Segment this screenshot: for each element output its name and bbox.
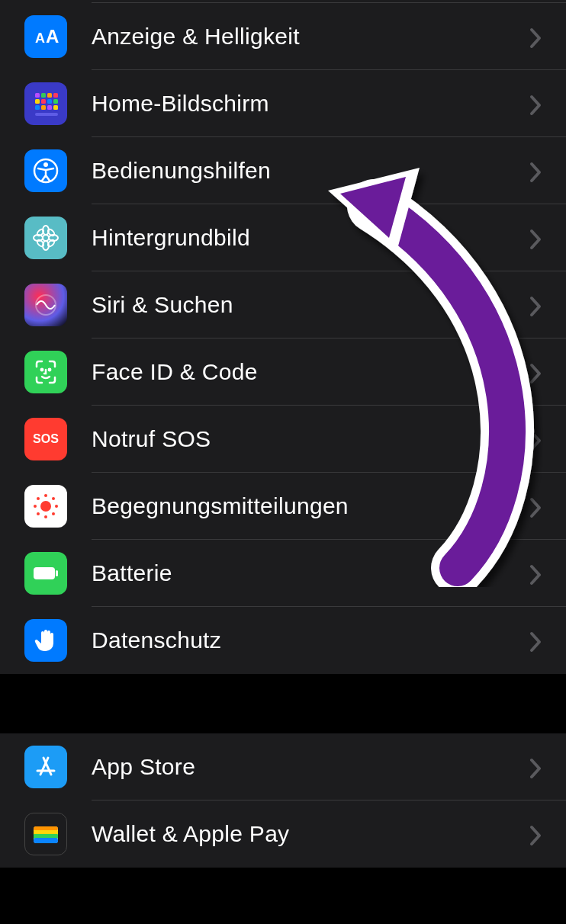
flower-icon xyxy=(24,217,67,259)
svg-rect-11 xyxy=(41,105,46,110)
chevron-right-icon xyxy=(529,296,548,314)
row-app-store[interactable]: App Store xyxy=(0,733,566,800)
chevron-right-icon xyxy=(529,564,548,582)
home-grid-icon xyxy=(24,82,67,125)
row-label: Face ID & Code xyxy=(92,359,529,385)
svg-point-27 xyxy=(41,369,43,371)
row-label: Home-Bildschirm xyxy=(92,91,529,117)
row-label: Begegnungsmitteilungen xyxy=(92,493,529,519)
row-label: Bedienungshilfen xyxy=(92,158,529,184)
row-privacy[interactable]: Datenschutz xyxy=(0,607,566,674)
chevron-right-icon xyxy=(529,631,548,650)
svg-text:SOS: SOS xyxy=(33,432,59,445)
row-wallpaper[interactable]: Hintergrundbild xyxy=(0,204,566,271)
svg-point-36 xyxy=(52,497,55,500)
svg-point-28 xyxy=(49,369,50,371)
bottom-spacer xyxy=(0,868,566,924)
row-home-screen[interactable]: Home-Bildschirm xyxy=(0,70,566,137)
svg-point-32 xyxy=(44,515,47,518)
svg-point-37 xyxy=(37,512,40,515)
chevron-right-icon xyxy=(529,162,548,180)
svg-rect-9 xyxy=(53,99,58,104)
row-faceid-code[interactable]: Face ID & Code xyxy=(0,338,566,406)
row-label: Notruf SOS xyxy=(92,426,529,452)
row-label: Hintergrundbild xyxy=(92,225,529,251)
row-siri-search[interactable]: Siri & Suchen xyxy=(0,271,566,338)
section-gap xyxy=(0,674,566,733)
chevron-right-icon xyxy=(529,497,548,515)
sos-icon: SOS xyxy=(24,418,67,460)
faceid-icon xyxy=(24,351,67,393)
svg-point-31 xyxy=(44,494,47,497)
svg-rect-4 xyxy=(47,93,52,98)
chevron-right-icon xyxy=(529,95,548,113)
chevron-right-icon xyxy=(529,430,548,448)
row-display-brightness[interactable]: AA Anzeige & Helligkeit xyxy=(0,3,566,70)
svg-rect-12 xyxy=(47,105,52,110)
settings-list: AA Anzeige & Helligkeit Home-Bildschirm xyxy=(0,0,566,924)
svg-text:A: A xyxy=(46,26,59,47)
svg-rect-7 xyxy=(41,99,46,104)
row-accessibility[interactable]: Bedienungshilfen xyxy=(0,137,566,204)
svg-rect-8 xyxy=(47,99,52,104)
svg-rect-14 xyxy=(35,113,58,116)
svg-rect-2 xyxy=(35,93,40,98)
accessibility-icon xyxy=(24,149,67,192)
row-label: Batterie xyxy=(92,560,529,586)
exposure-icon xyxy=(24,485,67,528)
chevron-right-icon xyxy=(529,758,548,776)
svg-rect-6 xyxy=(35,99,40,104)
chevron-right-icon xyxy=(529,229,548,247)
chevron-right-icon xyxy=(529,825,548,843)
siri-icon xyxy=(24,284,67,326)
svg-rect-39 xyxy=(34,567,55,579)
svg-rect-5 xyxy=(53,93,58,98)
svg-point-33 xyxy=(34,505,37,508)
row-label: App Store xyxy=(92,754,529,780)
appstore-icon xyxy=(24,746,67,788)
chevron-right-icon xyxy=(529,27,548,46)
hand-icon xyxy=(24,619,67,662)
wallet-icon xyxy=(24,813,67,855)
row-label: Anzeige & Helligkeit xyxy=(92,24,529,50)
svg-rect-10 xyxy=(35,105,40,110)
svg-rect-13 xyxy=(53,105,58,110)
row-emergency-sos[interactable]: SOS Notruf SOS xyxy=(0,406,566,473)
svg-point-34 xyxy=(55,505,58,508)
row-battery[interactable]: Batterie xyxy=(0,540,566,607)
row-wallet-applepay[interactable]: Wallet & Apple Pay xyxy=(0,800,566,868)
chevron-right-icon xyxy=(529,363,548,381)
svg-point-35 xyxy=(37,497,40,500)
svg-point-38 xyxy=(52,512,55,515)
settings-section-general: AA Anzeige & Helligkeit Home-Bildschirm xyxy=(0,3,566,674)
svg-point-30 xyxy=(40,501,51,512)
battery-icon xyxy=(24,552,67,595)
svg-rect-3 xyxy=(41,93,46,98)
settings-section-store: App Store Wallet & Apple Pay xyxy=(0,733,566,868)
svg-point-17 xyxy=(43,235,49,241)
text-size-icon: AA xyxy=(24,15,67,58)
row-label: Datenschutz xyxy=(92,627,529,653)
svg-rect-40 xyxy=(56,570,58,576)
row-label: Wallet & Apple Pay xyxy=(92,821,529,847)
svg-text:A: A xyxy=(35,30,45,46)
row-label: Siri & Suchen xyxy=(92,292,529,318)
svg-rect-45 xyxy=(34,838,58,843)
svg-point-16 xyxy=(43,162,48,167)
row-exposure-notifications[interactable]: Begegnungsmitteilungen xyxy=(0,473,566,540)
